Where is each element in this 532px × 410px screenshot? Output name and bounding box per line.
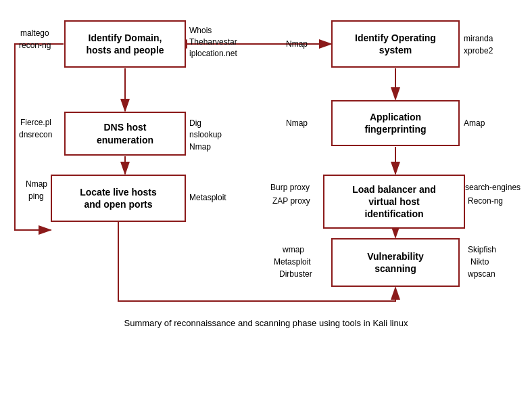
- label-nmap2: Nmap: [189, 142, 211, 152]
- box-load-balancer: Load balancer andvirtual hostidentificat…: [323, 175, 465, 229]
- label-zap: ZAP proxy: [272, 196, 310, 206]
- label-whois: Whois: [189, 26, 212, 35]
- label-metasploit: Metasploit: [189, 193, 226, 202]
- label-burp: Burp proxy: [270, 183, 310, 192]
- label-wpscan: wpscan: [468, 269, 495, 279]
- label-dig: Dig: [189, 118, 201, 128]
- label-recon-ng1: recon-ng: [19, 41, 51, 50]
- label-nmap-os: Nmap: [286, 39, 308, 49]
- diagram-container: Identify Domain,hosts and people DNS hos…: [0, 0, 532, 410]
- label-theharvestar: Theharvestar: [189, 37, 237, 47]
- box-identify-domain: Identify Domain,hosts and people: [64, 20, 186, 68]
- box-identify-os: Identify Operatingsystem: [331, 20, 460, 68]
- label-amap: Amap: [464, 118, 485, 128]
- box-vuln-scanning: Vulnerabilityscanning: [331, 238, 460, 287]
- label-iplocation: iplocation.net: [189, 49, 237, 58]
- label-fierce: Fierce.pl: [20, 118, 51, 127]
- label-skipfish: Skipfish: [468, 245, 496, 254]
- box-app-fingerprinting: Applicationfingerprinting: [331, 100, 460, 146]
- label-maltego: maltego: [20, 28, 49, 38]
- label-nikto: Nikto: [470, 257, 489, 267]
- label-nmap1: Nmap: [26, 179, 47, 189]
- label-dirbuster: Dirbuster: [279, 269, 312, 279]
- label-wmap: wmap: [283, 245, 304, 254]
- box-locate-live: Locate live hostsand open ports: [51, 175, 186, 222]
- label-search-engines: search-engines: [465, 183, 521, 192]
- label-dnsrecon: dnsrecon: [19, 130, 52, 139]
- label-xprobe2: xprobe2: [464, 46, 493, 55]
- label-recon-ng2: Recon-ng: [468, 196, 503, 206]
- label-miranda: miranda: [464, 34, 493, 43]
- label-ping: ping: [28, 191, 44, 201]
- box-dns-host: DNS hostenumeration: [64, 112, 186, 156]
- label-metasploit2: Metasploit: [274, 257, 311, 267]
- diagram-caption: Summary of reconnaissance and scanning p…: [0, 318, 532, 342]
- label-nslookup: nslookup: [189, 130, 222, 139]
- label-nmap-app: Nmap: [286, 118, 308, 128]
